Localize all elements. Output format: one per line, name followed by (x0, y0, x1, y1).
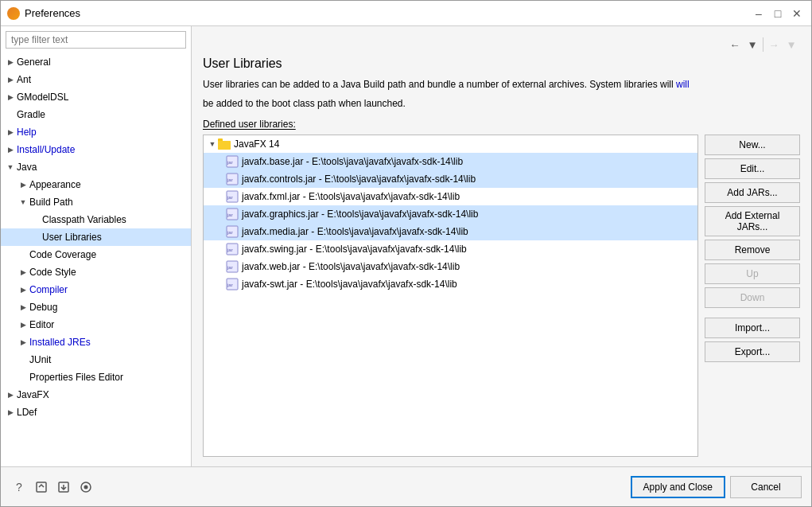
jar-icon-5: jar (226, 243, 239, 255)
sidebar-item-properties-editor[interactable]: Properties Files Editor (1, 369, 191, 386)
lib-jar-item-2[interactable]: jar javafx.fxml.jar - E:\tools\java\java… (204, 188, 697, 205)
lib-jar-label-2: javafx.fxml.jar - E:\tools\java\javafx\j… (242, 191, 460, 202)
sidebar: General Ant GModelDSL Gradle (1, 26, 192, 466)
sidebar-item-javafx[interactable]: JavaFX (1, 386, 191, 404)
settings-button[interactable] (77, 478, 95, 496)
sidebar-item-appearance[interactable]: Appearance (1, 176, 191, 193)
sidebar-item-classpath-variables[interactable]: Classpath Variables (1, 211, 191, 228)
sidebar-item-editor[interactable]: Editor (1, 316, 191, 333)
eclipse-icon (7, 7, 20, 20)
jar-icon-7: jar (226, 278, 239, 291)
svg-text:jar: jar (227, 195, 233, 200)
svg-text:jar: jar (227, 283, 233, 287)
new-button[interactable]: New... (705, 135, 800, 155)
lib-jar-item-1[interactable]: jar javafx.controls.jar - E:\tools\java\… (204, 170, 697, 188)
title-bar: Preferences – □ ✕ (1, 1, 811, 26)
back-button[interactable]: ← (726, 36, 744, 53)
forward-button[interactable]: → (765, 36, 783, 53)
dialog-footer: ? Apply and Close (1, 466, 811, 506)
jar-icon-6: jar (226, 260, 239, 273)
sidebar-item-gradle[interactable]: Gradle (1, 106, 191, 123)
svg-text:jar: jar (227, 230, 233, 235)
add-jars-button[interactable]: Add JARs... (705, 182, 800, 203)
remove-button[interactable]: Remove (705, 240, 800, 260)
arrow-help (4, 126, 17, 138)
forward-dropdown-button[interactable]: ▼ (783, 36, 800, 53)
back-dropdown-button[interactable]: ▼ (744, 36, 761, 53)
lib-jar-item-7[interactable]: jar javafx-swt.jar - E:\tools\java\javaf… (204, 275, 697, 293)
sidebar-item-install-update[interactable]: Install/Update (1, 141, 191, 158)
maximize-button[interactable]: □ (770, 6, 786, 21)
label-jres: Installed JREs (29, 337, 91, 348)
svg-text:jar: jar (227, 213, 233, 217)
lib-jar-label-7: javafx-swt.jar - E:\tools\java\javafx\ja… (242, 279, 457, 290)
apply-close-button[interactable]: Apply and Close (631, 476, 725, 498)
import-button[interactable]: Import... (705, 318, 800, 338)
jar-icon-4: jar (226, 225, 239, 238)
help-button[interactable]: ? (10, 478, 28, 496)
restore-defaults-button[interactable] (33, 478, 50, 496)
label-general: General (17, 57, 51, 68)
label-user-libs: User Libraries (42, 232, 102, 243)
sidebar-item-debug[interactable]: Debug (1, 298, 191, 316)
lib-jar-item-3[interactable]: jar javafx.graphics.jar - E:\tools\java\… (204, 205, 697, 223)
sidebar-item-build-path[interactable]: Build Path (1, 193, 191, 211)
arrow-install (4, 143, 17, 156)
label-gradle: Gradle (17, 109, 45, 120)
svg-text:jar: jar (227, 177, 233, 182)
dialog-title: Preferences (25, 7, 751, 19)
sidebar-item-ldef[interactable]: LDef (1, 404, 191, 421)
sidebar-item-installed-jres[interactable]: Installed JREs (1, 333, 191, 351)
sidebar-item-gmodeldsl[interactable]: GModelDSL (1, 88, 191, 106)
arrow-code-style (17, 266, 29, 279)
lib-jar-item-5[interactable]: jar javafx.swing.jar - E:\tools\java\jav… (204, 240, 697, 258)
lib-root-arrow (207, 138, 218, 150)
lib-jar-label-5: javafx.swing.jar - E:\tools\java\javafx\… (242, 244, 467, 255)
description-link: will (676, 79, 690, 90)
description-text-1: User libraries can be added to a Java Bu… (203, 79, 674, 90)
label-properties: Properties Files Editor (29, 372, 123, 383)
arrow-build-path (17, 196, 29, 209)
sidebar-item-code-coverage[interactable]: Code Coverage (1, 246, 191, 263)
arrow-compiler (17, 283, 29, 296)
up-button[interactable]: Up (705, 263, 800, 284)
sidebar-item-ant[interactable]: Ant (1, 71, 191, 88)
svg-point-22 (84, 485, 88, 489)
description-text-2: be added to the boot class path when lau… (203, 96, 800, 111)
sidebar-tree: General Ant GModelDSL Gradle (1, 53, 191, 466)
sidebar-item-junit[interactable]: JUnit (1, 351, 191, 369)
nav-toolbar: ← ▼ → ▼ (203, 36, 800, 53)
arrow-ldef (4, 406, 17, 419)
content-subtitle: Defined user libraries: (203, 119, 800, 130)
label-gmodeldsl: GModelDSL (17, 92, 68, 103)
lib-jar-label-6: javafx.web.jar - E:\tools\java\javafx\ja… (242, 261, 460, 272)
edit-button[interactable]: Edit... (705, 158, 800, 179)
down-button[interactable]: Down (705, 287, 800, 308)
lib-root-item[interactable]: JavaFX 14 (204, 135, 697, 153)
sidebar-item-java[interactable]: Java (1, 158, 191, 176)
add-external-jars-button[interactable]: Add External JARs... (705, 206, 800, 236)
jar-icon-0: jar (226, 155, 239, 168)
lib-jar-item-0[interactable]: jar javafx.base.jar - E:\tools\java\java… (204, 153, 697, 170)
minimize-button[interactable]: – (751, 6, 767, 21)
sidebar-item-compiler[interactable]: Compiler (1, 281, 191, 298)
export-button[interactable]: Export... (705, 341, 800, 362)
sidebar-item-user-libraries[interactable]: User Libraries (1, 228, 191, 246)
sidebar-item-help[interactable]: Help (1, 123, 191, 141)
label-code-style: Code Style (29, 267, 76, 278)
label-compiler: Compiler (29, 284, 68, 295)
arrow-appearance (17, 178, 29, 191)
arrow-javafx (4, 388, 17, 401)
lib-jar-item-4[interactable]: jar javafx.media.jar - E:\tools\java\jav… (204, 223, 697, 240)
cancel-button[interactable]: Cancel (730, 476, 802, 498)
close-button[interactable]: ✕ (789, 6, 805, 21)
filter-input[interactable] (6, 31, 186, 49)
lib-root-label: JavaFX 14 (234, 138, 279, 150)
export-settings-button[interactable] (55, 478, 72, 496)
label-debug: Debug (29, 302, 57, 313)
sidebar-item-code-style[interactable]: Code Style (1, 263, 191, 281)
lib-jar-item-6[interactable]: jar javafx.web.jar - E:\tools\java\javaf… (204, 258, 697, 275)
content-area: JavaFX 14 jar javafx.base.jar - E:\tools… (203, 135, 800, 457)
library-tree-panel[interactable]: JavaFX 14 jar javafx.base.jar - E:\tools… (203, 135, 698, 457)
sidebar-item-general[interactable]: General (1, 53, 191, 71)
